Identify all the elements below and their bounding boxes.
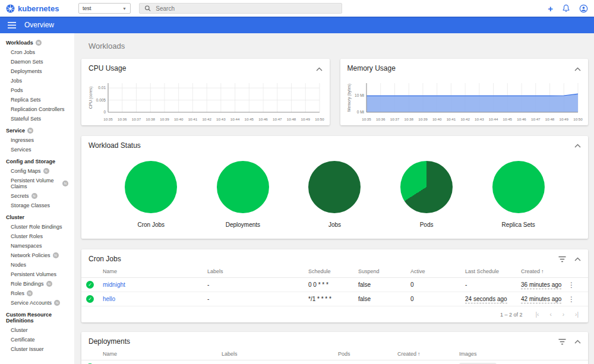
column-header-suspend[interactable]: Suspend — [358, 268, 410, 274]
cronjob-row: ✓midnight-0 0 * * *false0-36 minutes ago… — [81, 278, 588, 292]
column-header-label: Pods — [338, 351, 350, 357]
kubernetes-brand[interactable]: kubernetes — [6, 4, 70, 13]
sidebar-item-deployments[interactable]: Deployments — [0, 67, 74, 76]
last-page-icon[interactable]: ›| — [575, 311, 579, 318]
sidebar-item-roles[interactable]: RolesN — [0, 289, 74, 298]
column-header-label: Created — [397, 351, 416, 357]
column-header-schedule[interactable]: Schedule — [308, 268, 358, 274]
column-header-labels[interactable]: Labels — [222, 351, 338, 357]
cronjob-link[interactable]: hello — [103, 296, 115, 302]
row-menu-button[interactable]: ⋮ — [568, 281, 575, 289]
prev-page-icon[interactable]: ‹ — [549, 311, 551, 318]
sidebar-group-cluster[interactable]: Cluster — [0, 213, 74, 222]
sidebar-item-network-policies[interactable]: Network PoliciesN — [0, 251, 74, 260]
sidebar-group-label: Service — [6, 128, 25, 134]
sidebar-item-label: Replication Controllers — [11, 106, 65, 112]
column-header-created[interactable]: Created↑ — [521, 268, 568, 274]
namespaced-badge: N — [54, 300, 60, 306]
sidebar-item-secrets[interactable]: SecretsN — [0, 191, 74, 201]
sidebar-item-config-maps[interactable]: Config MapsN — [0, 166, 74, 176]
sidebar-item-label: Ingresses — [11, 137, 34, 143]
column-header-name[interactable]: Name — [103, 268, 207, 274]
sidebar-group-service[interactable]: ServiceN — [0, 126, 74, 135]
sidebar-item-pods[interactable]: Pods — [0, 86, 74, 95]
column-header-active[interactable]: Active — [410, 268, 465, 274]
sidebar-item-persistent-volumes[interactable]: Persistent Volumes — [0, 270, 74, 279]
sidebar-item-cron-jobs[interactable]: Cron Jobs — [0, 48, 74, 57]
topbar-actions: + — [548, 4, 588, 13]
sidebar-item-persistent-volume-claims[interactable]: Persistent Volume ClaimsN — [0, 176, 74, 191]
workload-donut-replica-sets: Replica Sets — [492, 161, 545, 228]
sidebar-item-services[interactable]: Services — [0, 145, 74, 154]
x-tick-label: 10:41 — [447, 117, 456, 121]
collapse-card-button[interactable] — [574, 66, 581, 71]
donut-label: Jobs — [328, 221, 341, 228]
sidebar-group-workloads[interactable]: WorkloadsN — [0, 38, 74, 48]
sidebar-item-ingresses[interactable]: Ingresses — [0, 135, 74, 145]
collapse-card-button[interactable] — [574, 340, 581, 344]
first-page-icon[interactable]: |‹ — [535, 311, 539, 318]
card-title: CPU Usage — [89, 64, 126, 72]
x-tick-label: 10:45 — [503, 117, 513, 121]
y-axis-title: Memory (bytes) — [347, 84, 352, 112]
cronjob-link[interactable]: midnight — [103, 281, 125, 288]
create-resource-button[interactable]: + — [548, 4, 553, 13]
donut-chart[interactable] — [492, 161, 545, 213]
sidebar-item-role-bindings[interactable]: Role BindingsN — [0, 279, 74, 289]
page-title: Workloads — [89, 42, 588, 50]
donut-chart[interactable] — [125, 161, 177, 213]
sidebar-item-nodes[interactable]: Nodes — [0, 260, 74, 270]
global-search[interactable] — [139, 3, 342, 14]
sidebar-item-jobs[interactable]: Jobs — [0, 76, 74, 86]
filter-button[interactable] — [558, 338, 566, 345]
sidebar-item-certificate[interactable]: Certificate — [0, 335, 74, 344]
notifications-button[interactable] — [562, 4, 570, 12]
search-input[interactable] — [156, 5, 337, 12]
chevron-down-icon: ▼ — [122, 7, 127, 11]
column-header-labels[interactable]: Labels — [207, 268, 308, 274]
column-header-created[interactable]: Created↑ — [397, 351, 459, 357]
sidebar-item-service-accounts[interactable]: Service AccountsN — [0, 298, 74, 308]
row-menu-button[interactable]: ⋮ — [568, 295, 575, 303]
relative-time: 42 minutes ago — [521, 296, 561, 303]
workload-donut-deployments: Deployments — [217, 161, 269, 228]
column-header-pods[interactable]: Pods — [338, 351, 397, 357]
collapse-card-button[interactable] — [316, 66, 323, 71]
collapse-card-button[interactable] — [574, 257, 581, 261]
next-page-icon[interactable]: › — [563, 311, 564, 318]
sidebar-item-storage-classes[interactable]: Storage Classes — [0, 201, 74, 210]
sidebar-item-stateful-sets[interactable]: Stateful Sets — [0, 114, 74, 124]
column-header-label: Created — [521, 268, 540, 274]
sidebar-group-label: Workloads — [6, 40, 33, 46]
sidebar-group-custom-resource-definitions[interactable]: Custom Resource Definitions — [0, 310, 74, 325]
column-header-name[interactable]: Name — [103, 351, 222, 357]
sidebar-item-namespaces[interactable]: Namespaces — [0, 241, 74, 251]
sidebar-group-config-and-storage[interactable]: Config and Storage — [0, 157, 74, 166]
sidebar: WorkloadsNCron JobsDaemon SetsDeployment… — [0, 33, 74, 364]
sidebar-item-replication-controllers[interactable]: Replication Controllers — [0, 105, 74, 114]
column-header-images[interactable]: Images — [459, 351, 568, 357]
sidebar-item-cluster-role-bindings[interactable]: Cluster Role Bindings — [0, 222, 74, 232]
sidebar-item-cluster-issuer[interactable]: Cluster Issuer — [0, 344, 74, 354]
hamburger-menu-icon[interactable] — [8, 22, 16, 29]
column-header-last-schedule[interactable]: Last Schedule — [465, 268, 521, 274]
status-ok-icon: ✓ — [86, 281, 94, 289]
sidebar-item-replica-sets[interactable]: Replica Sets — [0, 95, 74, 105]
donut-chart[interactable] — [400, 161, 453, 213]
x-tick-label: 10:48 — [545, 117, 555, 121]
sidebar-group: ServiceNIngressesServices — [0, 126, 74, 154]
sidebar-item-cluster-roles[interactable]: Cluster Roles — [0, 232, 74, 241]
collapse-card-button[interactable] — [574, 144, 581, 148]
x-tick-label: 10:41 — [188, 117, 197, 121]
sidebar-item-label: Roles — [11, 290, 24, 296]
sidebar-item-daemon-sets[interactable]: Daemon Sets — [0, 57, 74, 67]
filter-list-icon — [558, 256, 566, 262]
sidebar-item-cluster[interactable]: Cluster — [0, 325, 74, 335]
namespace-selector[interactable]: test ▼ — [78, 3, 131, 14]
filter-button[interactable] — [558, 256, 566, 262]
donut-chart[interactable] — [308, 161, 361, 213]
chevron-up-icon — [316, 67, 323, 71]
donut-chart[interactable] — [217, 161, 269, 213]
account-button[interactable] — [579, 4, 588, 13]
sidebar-group-label: Cluster — [6, 214, 24, 220]
